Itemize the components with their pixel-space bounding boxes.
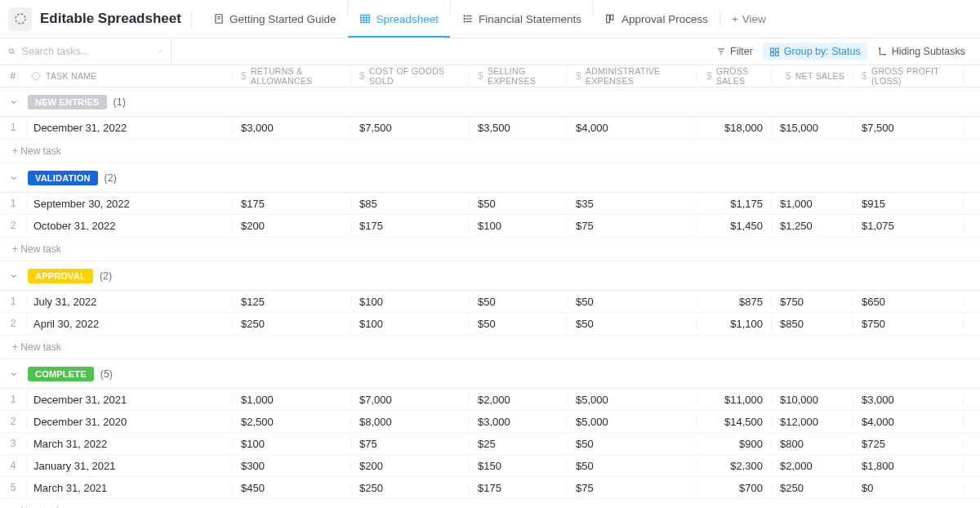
cell-net-sales[interactable]: $10,000 xyxy=(772,394,853,406)
cell-net-sales[interactable]: $250 xyxy=(772,482,853,494)
cell-selling[interactable]: $100 xyxy=(470,220,568,232)
cell-net-sales[interactable]: $1,250 xyxy=(772,220,853,232)
cell-net-sales[interactable]: $1,000 xyxy=(772,198,853,210)
cell-admin[interactable]: $75 xyxy=(568,220,698,232)
cell-returns[interactable]: $3,000 xyxy=(233,122,351,134)
cell-selling[interactable]: $150 xyxy=(470,460,568,472)
cell-admin[interactable]: $50 xyxy=(568,318,698,330)
cell-gross-profit[interactable]: $750 xyxy=(853,318,964,330)
cell-admin[interactable]: $50 xyxy=(568,296,698,308)
cell-gross-profit[interactable]: $915 xyxy=(853,198,964,210)
cell-selling[interactable]: $25 xyxy=(470,438,568,450)
cell-cogs[interactable]: $175 xyxy=(351,220,470,232)
groupby-button[interactable]: Group by: Status xyxy=(763,42,867,60)
col-net-sales[interactable]: $NET SALES xyxy=(772,70,853,82)
cell-net-sales[interactable]: $750 xyxy=(772,296,853,308)
table-row[interactable]: 1 July 31, 2022 $125 $100 $50 $50 $875 $… xyxy=(0,291,980,313)
task-name-cell[interactable]: April 30, 2022 xyxy=(26,318,233,330)
cell-gross-profit[interactable]: $725 xyxy=(853,438,964,450)
col-taskname[interactable]: TASK NAME xyxy=(26,71,233,81)
new-task-button[interactable]: + New task xyxy=(0,499,980,508)
table-row[interactable]: 1 December 31, 2022 $3,000 $7,500 $3,500… xyxy=(0,117,980,139)
table-row[interactable]: 2 December 31, 2020 $2,500 $8,000 $3,000… xyxy=(0,411,980,433)
table-row[interactable]: 2 October 31, 2022 $200 $175 $100 $75 $1… xyxy=(0,215,980,237)
col-admin[interactable]: $ADMINISTRATIVE EXPENSES xyxy=(568,66,698,86)
cell-net-sales[interactable]: $15,000 xyxy=(772,122,853,134)
cell-admin[interactable]: $75 xyxy=(568,482,698,494)
status-badge[interactable]: COMPLETE xyxy=(28,367,94,381)
cell-admin[interactable]: $5,000 xyxy=(568,394,698,406)
cell-selling[interactable]: $175 xyxy=(470,482,568,494)
tab-approval-process[interactable]: Approval Process xyxy=(594,0,719,38)
cell-cogs[interactable]: $8,000 xyxy=(351,416,470,428)
task-name-cell[interactable]: December 31, 2021 xyxy=(26,394,233,406)
cell-gross-profit[interactable]: $7,500 xyxy=(853,122,964,134)
col-returns[interactable]: $RETURNS & ALLOWANCES xyxy=(233,66,351,86)
cell-gross-sales[interactable]: $2,300 xyxy=(698,460,772,472)
cell-gross-sales[interactable]: $14,500 xyxy=(698,416,772,428)
cell-selling[interactable]: $3,500 xyxy=(470,122,568,134)
cell-gross-sales[interactable]: $900 xyxy=(698,438,772,450)
cell-net-sales[interactable]: $12,000 xyxy=(772,416,853,428)
hiding-subtasks-button[interactable]: Hiding Subtasks xyxy=(871,42,972,60)
collapse-toggle[interactable] xyxy=(7,269,21,283)
table-row[interactable]: 1 December 31, 2021 $1,000 $7,000 $2,000… xyxy=(0,389,980,411)
task-name-cell[interactable]: December 31, 2022 xyxy=(26,122,233,134)
status-badge[interactable]: VALIDATION xyxy=(28,171,98,185)
task-name-cell[interactable]: March 31, 2021 xyxy=(26,482,233,494)
cell-gross-profit[interactable]: $1,075 xyxy=(853,220,964,232)
cell-admin[interactable]: $5,000 xyxy=(568,416,698,428)
task-name-cell[interactable]: December 31, 2020 xyxy=(26,416,233,428)
tab-financial-statements[interactable]: Financial Statements xyxy=(451,0,593,38)
cell-selling[interactable]: $2,000 xyxy=(470,394,568,406)
cell-returns[interactable]: $450 xyxy=(233,482,351,494)
filter-button[interactable]: Filter xyxy=(710,42,760,60)
cell-returns[interactable]: $175 xyxy=(233,198,351,210)
cell-cogs[interactable]: $250 xyxy=(351,482,470,494)
cell-gross-profit[interactable]: $650 xyxy=(853,296,964,308)
task-name-cell[interactable]: July 31, 2022 xyxy=(26,296,233,308)
col-cogs[interactable]: $COST OF GOODS SOLD xyxy=(351,66,470,86)
new-task-button[interactable]: + New task xyxy=(0,237,980,261)
cell-gross-profit[interactable]: $1,800 xyxy=(853,460,964,472)
cell-net-sales[interactable]: $850 xyxy=(772,318,853,330)
table-row[interactable]: 3 March 31, 2022 $100 $75 $25 $50 $900 $… xyxy=(0,433,980,455)
cell-net-sales[interactable]: $2,000 xyxy=(772,460,853,472)
cell-admin[interactable]: $50 xyxy=(568,438,698,450)
cell-admin[interactable]: $50 xyxy=(568,460,698,472)
tab-spreadsheet[interactable]: Spreadsheet xyxy=(348,0,450,38)
cell-admin[interactable]: $35 xyxy=(568,198,698,210)
cell-cogs[interactable]: $200 xyxy=(351,460,470,472)
add-view-button[interactable]: + View xyxy=(720,13,777,25)
cell-returns[interactable]: $125 xyxy=(233,296,351,308)
tab-getting-started-guide[interactable]: Getting Started Guide xyxy=(202,0,348,38)
cell-gross-profit[interactable]: $0 xyxy=(853,482,964,494)
cell-returns[interactable]: $200 xyxy=(233,220,351,232)
cell-gross-sales[interactable]: $11,000 xyxy=(698,394,772,406)
table-row[interactable]: 2 April 30, 2022 $250 $100 $50 $50 $1,10… xyxy=(0,313,980,335)
table-row[interactable]: 1 September 30, 2022 $175 $85 $50 $35 $1… xyxy=(0,193,980,215)
cell-cogs[interactable]: $7,000 xyxy=(351,394,470,406)
cell-gross-sales[interactable]: $1,100 xyxy=(698,318,772,330)
table-row[interactable]: 4 January 31, 2021 $300 $200 $150 $50 $2… xyxy=(0,455,980,477)
task-name-cell[interactable]: October 31, 2022 xyxy=(26,220,233,232)
cell-gross-sales[interactable]: $875 xyxy=(698,296,772,308)
cell-returns[interactable]: $300 xyxy=(233,460,351,472)
status-badge[interactable]: NEW ENTRIES xyxy=(28,95,107,109)
cell-gross-sales[interactable]: $1,450 xyxy=(698,220,772,232)
cell-gross-sales[interactable]: $1,175 xyxy=(698,198,772,210)
task-name-cell[interactable]: March 31, 2022 xyxy=(26,438,233,450)
collapse-toggle[interactable] xyxy=(7,367,21,381)
cell-cogs[interactable]: $100 xyxy=(351,318,470,330)
new-task-button[interactable]: + New task xyxy=(0,139,980,163)
task-name-cell[interactable]: January 31, 2021 xyxy=(26,460,233,472)
cell-returns[interactable]: $250 xyxy=(233,318,351,330)
cell-cogs[interactable]: $75 xyxy=(351,438,470,450)
search-input[interactable] xyxy=(22,46,150,57)
cell-gross-profit[interactable]: $3,000 xyxy=(853,394,964,406)
cell-gross-sales[interactable]: $700 xyxy=(698,482,772,494)
cell-net-sales[interactable]: $800 xyxy=(772,438,853,450)
cell-selling[interactable]: $50 xyxy=(470,198,568,210)
workspace-icon[interactable] xyxy=(8,7,32,31)
cell-gross-profit[interactable]: $4,000 xyxy=(853,416,964,428)
